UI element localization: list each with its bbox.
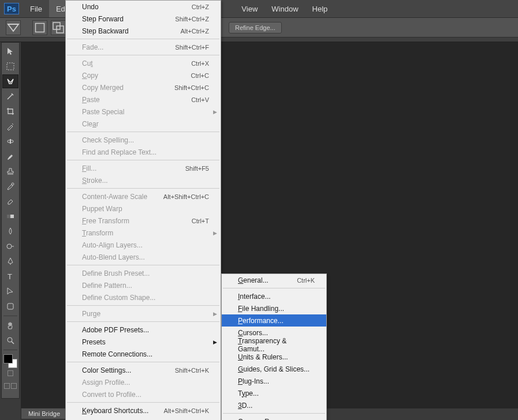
edit-menu-item-color-settings[interactable]: Color Settings...Shift+Ctrl+K <box>66 364 221 376</box>
prefs-menu-item-plug-ins[interactable]: Plug-Ins... <box>222 375 326 387</box>
svg-point-8 <box>7 244 12 249</box>
quickmask-icon[interactable] <box>2 370 18 381</box>
menu-view[interactable]: View <box>234 0 264 17</box>
hand-tool[interactable] <box>2 318 18 332</box>
edit-menu-item-presets[interactable]: Presets▶ <box>66 336 221 348</box>
prefs-menu-item-camera-raw[interactable]: Camera Raw... <box>222 415 326 420</box>
path-tool[interactable] <box>2 284 18 298</box>
history-brush-tool[interactable] <box>2 179 18 193</box>
color-swatch[interactable] <box>3 354 17 368</box>
edit-menu-item-keyboard-shortcuts[interactable]: Keyboard Shortcuts...Alt+Shift+Ctrl+K <box>66 404 221 417</box>
prefs-menu-item-interface[interactable]: Interface... <box>222 290 326 302</box>
svg-rect-0 <box>36 23 44 32</box>
edit-menu-item-clear: Clear <box>66 118 221 130</box>
status-bar: Mini Bridge <box>21 407 68 420</box>
edit-menu-item-paste-special: Paste Special▶ <box>66 106 221 118</box>
svg-rect-3 <box>7 63 14 70</box>
ps-logo-icon: Ps <box>4 3 19 14</box>
edit-menu-item-step-forward[interactable]: Step ForwardShift+Ctrl+Z <box>66 13 221 25</box>
menu-help[interactable]: Help <box>305 0 335 17</box>
selection-mode-icon[interactable] <box>32 20 47 35</box>
edit-menu-item-auto-blend-layers: Auto-Blend Layers... <box>66 251 221 263</box>
edit-menu-item-separator <box>67 305 219 306</box>
stamp-tool[interactable] <box>2 164 18 178</box>
edit-menu-item-convert-to-profile: Convert to Profile... <box>66 388 221 400</box>
edit-menu-item-assign-profile: Assign Profile... <box>66 376 221 388</box>
edit-menu-item-find-and-replace-text: Find and Replace Text... <box>66 146 221 158</box>
screenmode-icon[interactable] <box>2 383 18 393</box>
edit-menu-item-separator <box>67 160 219 160</box>
edit-menu-item-fill: Fill...Shift+F5 <box>66 162 221 174</box>
edit-menu-item-define-pattern: Define Pattern... <box>66 279 221 291</box>
menu-file[interactable]: File <box>23 0 49 17</box>
dodge-tool[interactable] <box>2 239 18 253</box>
prefs-menu-item-file-handling[interactable]: File Handling... <box>222 302 326 314</box>
edit-menu-item-free-transform: Free TransformCtrl+T <box>66 215 221 227</box>
prefs-menu-item-separator <box>223 413 325 414</box>
type-tool[interactable]: T <box>2 269 18 283</box>
brush-tool[interactable] <box>2 149 18 163</box>
edit-menu-item-stroke: Stroke... <box>66 174 221 186</box>
refine-edge-button[interactable]: Refine Edge... <box>229 22 282 33</box>
wand-tool[interactable] <box>2 89 18 103</box>
prefs-menu-item-transparency-gamut[interactable]: Transparency & Gamut... <box>222 339 326 351</box>
edit-menu-item-purge: Purge▶ <box>66 308 221 320</box>
shape-tool[interactable] <box>2 299 18 313</box>
edit-menu-item-copy: CopyCtrl+C <box>66 69 221 81</box>
edit-menu-item-copy-merged: Copy MergedShift+Ctrl+C <box>66 81 221 93</box>
selection-add-icon[interactable] <box>51 20 66 35</box>
edit-menu-item-remote-connections[interactable]: Remote Connections... <box>66 348 221 360</box>
svg-point-11 <box>8 337 12 342</box>
edit-menu-item-define-brush-preset: Define Brush Preset... <box>66 267 221 279</box>
mini-bridge-tab[interactable]: Mini Bridge <box>21 408 68 419</box>
edit-menu-item-separator <box>67 132 219 132</box>
app-logo: Ps <box>0 0 23 17</box>
pen-tool[interactable] <box>2 254 18 268</box>
prefs-menu-item-type[interactable]: Type... <box>222 387 326 399</box>
edit-menu-item-define-custom-shape: Define Custom Shape... <box>66 291 221 303</box>
edit-menu-item-menus[interactable]: Menus...Alt+Shift+Ctrl+M <box>66 417 221 420</box>
prefs-menu-item-performance[interactable]: Performance... <box>222 314 326 327</box>
edit-menu-item-step-backward[interactable]: Step BackwardAlt+Ctrl+Z <box>66 25 221 37</box>
edit-menu-item-paste: PasteCtrl+V <box>66 93 221 106</box>
preferences-submenu: General...Ctrl+KInterface...File Handlin… <box>221 273 327 420</box>
svg-text:T: T <box>8 272 12 281</box>
eyedropper-tool[interactable] <box>2 119 18 133</box>
edit-menu-item-separator <box>67 55 219 55</box>
edit-menu-item-transform: Transform▶ <box>66 227 221 239</box>
prefs-menu-item-separator <box>223 288 325 288</box>
edit-menu-item-separator <box>67 321 219 322</box>
menu-window[interactable]: Window <box>264 0 305 17</box>
edit-menu-item-separator <box>67 265 219 265</box>
edit-menu-item-fade: Fade...Shift+Ctrl+F <box>66 41 221 53</box>
tool-preset-icon[interactable] <box>6 20 21 35</box>
edit-menu-item-separator <box>67 362 219 362</box>
crop-tool[interactable] <box>2 104 18 118</box>
edit-menu-item-adobe-pdf-presets[interactable]: Adobe PDF Presets... <box>66 324 221 336</box>
edit-menu-item-puppet-warp: Puppet Warp <box>66 202 221 215</box>
blur-tool[interactable] <box>2 224 18 238</box>
edit-menu-item-auto-align-layers: Auto-Align Layers... <box>66 239 221 251</box>
edit-menu-item-cut: CutCtrl+X <box>66 57 221 69</box>
prefs-menu-item-3d[interactable]: 3D... <box>222 399 326 411</box>
zoom-tool[interactable] <box>2 333 18 347</box>
prefs-menu-item-general[interactable]: General...Ctrl+K <box>222 274 326 286</box>
svg-rect-10 <box>8 303 13 309</box>
edit-menu-item-separator <box>67 188 219 189</box>
move-tool[interactable] <box>2 44 18 58</box>
healing-tool[interactable] <box>2 134 18 148</box>
edit-menu-item-content-aware-scale: Content-Aware ScaleAlt+Shift+Ctrl+C <box>66 190 221 202</box>
gradient-tool[interactable] <box>2 209 18 223</box>
prefs-menu-item-guides-grid-slices[interactable]: Guides, Grid & Slices... <box>222 363 326 375</box>
edit-menu-dropdown: UndoCtrl+ZStep ForwardShift+Ctrl+ZStep B… <box>65 0 221 420</box>
edit-menu-item-check-spelling: Check Spelling... <box>66 134 221 146</box>
svg-rect-7 <box>7 215 10 218</box>
lasso-tool[interactable] <box>2 74 18 88</box>
eraser-tool[interactable] <box>2 194 18 208</box>
marquee-tool[interactable] <box>2 59 18 73</box>
prefs-menu-item-units-rulers[interactable]: Units & Rulers... <box>222 351 326 363</box>
edit-menu-item-separator <box>67 39 219 39</box>
tools-panel: T <box>1 42 20 399</box>
edit-menu-item-undo[interactable]: UndoCtrl+Z <box>66 1 221 13</box>
svg-point-5 <box>12 183 14 185</box>
